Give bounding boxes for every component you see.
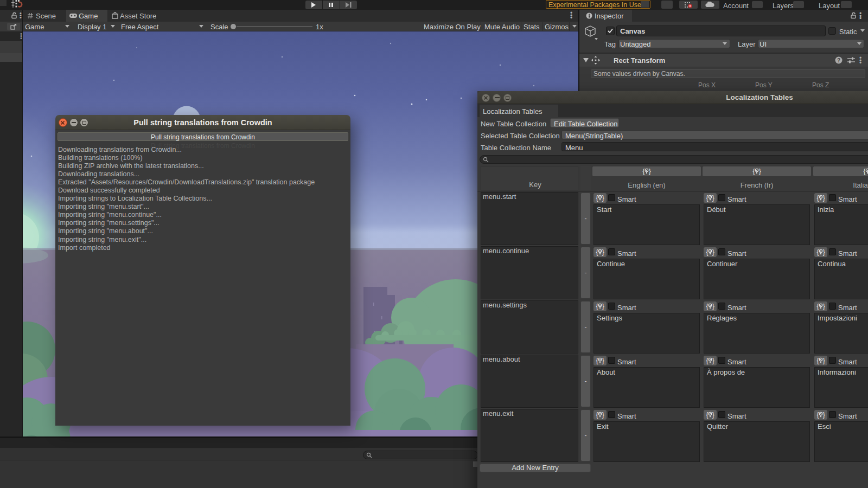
svg-text:}: } <box>712 411 714 419</box>
svg-text:{: { <box>817 303 819 310</box>
svg-text:}: } <box>823 248 825 256</box>
svg-text:{: { <box>596 303 598 310</box>
svg-text:}: } <box>759 168 761 175</box>
svg-text:{: { <box>706 194 709 202</box>
svg-text:}: } <box>823 194 825 202</box>
svg-text:}: } <box>712 248 714 256</box>
svg-text:}: } <box>649 168 651 175</box>
svg-text:}: } <box>602 248 604 256</box>
svg-text:?: ? <box>837 57 840 63</box>
svg-text:{: { <box>706 411 709 419</box>
svg-text:}: } <box>602 303 604 310</box>
svg-text:{: { <box>817 411 819 419</box>
svg-text:}: } <box>823 411 825 419</box>
svg-text:}: } <box>712 303 714 310</box>
svg-text:{: { <box>596 411 598 419</box>
svg-text:}: } <box>602 194 604 202</box>
svg-text:{: { <box>596 357 598 364</box>
svg-text:{: { <box>817 248 819 256</box>
svg-text:{: { <box>817 357 819 364</box>
svg-text:{: { <box>753 168 755 175</box>
svg-text:{: { <box>706 357 709 364</box>
svg-text:}: } <box>712 357 714 364</box>
svg-text:{: { <box>596 194 598 202</box>
svg-text:}: } <box>823 357 825 364</box>
svg-text:{: { <box>596 248 598 256</box>
svg-text:}: } <box>602 357 604 364</box>
svg-text:{: { <box>643 168 645 175</box>
svg-text:{: { <box>864 168 866 175</box>
svg-text:{: { <box>706 303 709 310</box>
svg-text:}: } <box>823 303 825 310</box>
svg-text:}: } <box>712 194 714 202</box>
svg-text:}: } <box>602 411 604 419</box>
svg-text:{: { <box>706 248 709 256</box>
svg-text:{: { <box>817 194 819 202</box>
